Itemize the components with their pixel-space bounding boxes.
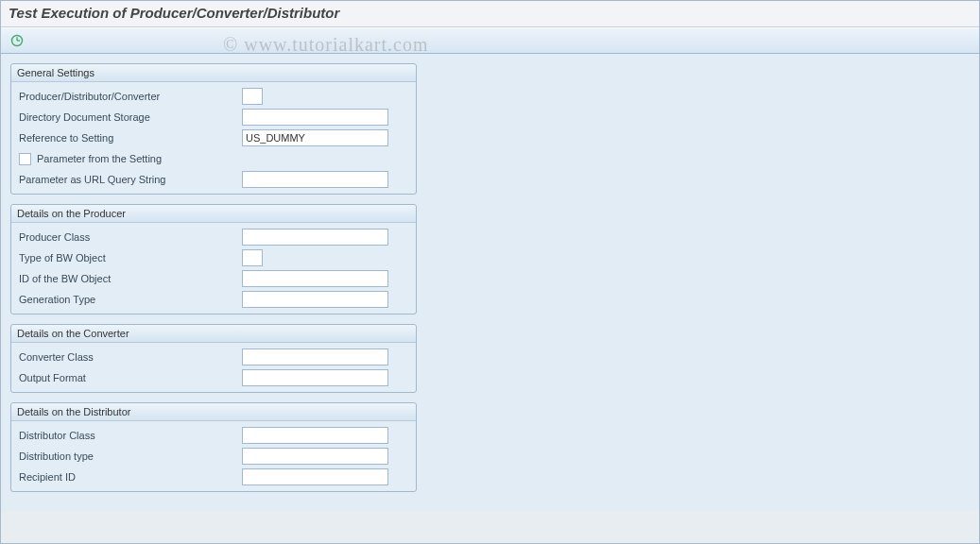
label-converter-class: Converter Class bbox=[19, 351, 242, 363]
group-title-producer: Details on the Producer bbox=[11, 205, 416, 223]
input-generation-type[interactable] bbox=[242, 291, 388, 308]
input-param-url[interactable] bbox=[242, 171, 388, 188]
label-producer-class: Producer Class bbox=[19, 231, 242, 243]
label-distribution-type: Distribution type bbox=[19, 450, 242, 462]
input-recipient-id[interactable] bbox=[242, 468, 388, 485]
input-reference[interactable] bbox=[242, 129, 388, 146]
label-bw-type: Type of BW Object bbox=[19, 252, 242, 264]
group-title-general: General Settings bbox=[11, 64, 416, 82]
input-directory[interactable] bbox=[242, 109, 388, 126]
label-param-url: Parameter as URL Query String bbox=[19, 174, 242, 185]
label-generation-type: Generation Type bbox=[19, 294, 242, 305]
page-title: Test Execution of Producer/Converter/Dis… bbox=[1, 1, 979, 27]
checkbox-param-from-setting[interactable] bbox=[19, 153, 31, 165]
label-directory: Directory Document Storage bbox=[19, 111, 242, 123]
label-pdc: Producer/Distributor/Converter bbox=[19, 91, 242, 102]
input-pdc[interactable] bbox=[242, 88, 263, 105]
execute-button[interactable] bbox=[7, 31, 27, 50]
input-distributor-class[interactable] bbox=[242, 427, 388, 444]
label-output-format: Output Format bbox=[19, 372, 242, 383]
input-output-format[interactable] bbox=[242, 369, 388, 386]
label-reference: Reference to Setting bbox=[19, 132, 242, 144]
content-area: General Settings Producer/Distributor/Co… bbox=[1, 54, 979, 511]
group-producer: Details on the Producer Producer Class T… bbox=[10, 204, 417, 314]
input-converter-class[interactable] bbox=[242, 348, 388, 366]
label-param-from-setting: Parameter from the Setting bbox=[37, 153, 165, 164]
group-converter: Details on the Converter Converter Class… bbox=[10, 324, 417, 393]
group-distributor: Details on the Distributor Distributor C… bbox=[10, 402, 417, 492]
input-distribution-type[interactable] bbox=[242, 448, 388, 465]
group-general-settings: General Settings Producer/Distributor/Co… bbox=[10, 63, 417, 195]
execute-icon bbox=[10, 34, 24, 47]
label-bw-id: ID of the BW Object bbox=[19, 273, 242, 284]
group-title-converter: Details on the Converter bbox=[11, 325, 416, 343]
input-bw-id[interactable] bbox=[242, 270, 388, 287]
input-producer-class[interactable] bbox=[242, 229, 388, 246]
toolbar bbox=[1, 27, 979, 54]
label-recipient-id: Recipient ID bbox=[19, 471, 242, 483]
label-distributor-class: Distributor Class bbox=[19, 430, 242, 441]
input-bw-type[interactable] bbox=[242, 249, 263, 266]
group-title-distributor: Details on the Distributor bbox=[11, 403, 416, 421]
